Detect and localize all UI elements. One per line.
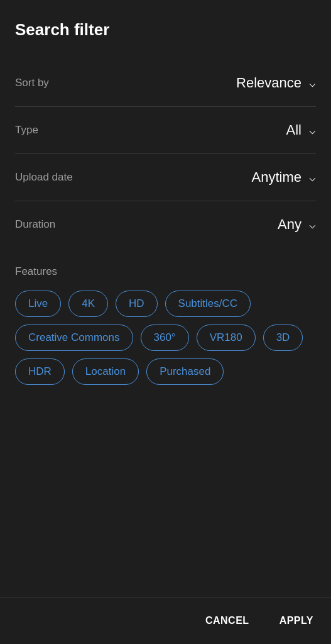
apply-button[interactable]: APPLY [277, 610, 316, 631]
features-section: Features Live4KHDSubtitles/CCCreative Co… [15, 265, 316, 385]
chip-vr180[interactable]: VR180 [197, 325, 256, 351]
footer: CANCEL APPLY [0, 597, 331, 644]
filter-row-sort-by[interactable]: Sort byRelevance⌵ [15, 62, 316, 104]
chip-3d[interactable]: 3D [263, 325, 303, 351]
divider [15, 153, 316, 154]
chevron-down-icon-type: ⌵ [309, 123, 316, 137]
chevron-down-icon-upload-date: ⌵ [309, 170, 316, 184]
chip-creative-commons[interactable]: Creative Commons [15, 325, 133, 351]
chip-360[interactable]: 360° [141, 325, 189, 351]
filter-value-wrapper-duration[interactable]: Any⌵ [278, 216, 316, 233]
features-chips: Live4KHDSubtitles/CCCreative Commons360°… [15, 291, 316, 385]
chip-purchased[interactable]: Purchased [146, 358, 224, 385]
filter-label-sort-by: Sort by [15, 77, 84, 89]
filter-label-duration: Duration [15, 218, 84, 231]
filter-row-duration[interactable]: DurationAny⌵ [15, 204, 316, 245]
filter-value-sort-by: Relevance [236, 75, 301, 91]
chip-live[interactable]: Live [15, 291, 61, 317]
chevron-down-icon-duration: ⌵ [309, 218, 316, 231]
chip-subtitles-cc[interactable]: Subtitles/CC [165, 291, 251, 317]
page-title: Search filter [15, 20, 316, 40]
filter-value-wrapper-upload-date[interactable]: Anytime⌵ [252, 169, 316, 186]
divider [15, 106, 316, 107]
filter-value-type: All [286, 122, 301, 138]
chevron-down-icon-sort-by: ⌵ [309, 76, 316, 90]
filter-value-wrapper-type[interactable]: All⌵ [286, 122, 316, 138]
features-label: Features [15, 265, 316, 278]
chip-location[interactable]: Location [72, 358, 139, 385]
filter-value-wrapper-sort-by[interactable]: Relevance⌵ [236, 75, 316, 91]
filter-label-type: Type [15, 124, 84, 136]
filter-row-upload-date[interactable]: Upload dateAnytime⌵ [15, 157, 316, 198]
chip-4k[interactable]: 4K [68, 291, 108, 317]
divider [15, 201, 316, 201]
filter-value-duration: Any [278, 216, 301, 233]
filter-label-upload-date: Upload date [15, 171, 84, 184]
chip-hd[interactable]: HD [116, 291, 158, 317]
chip-hdr[interactable]: HDR [15, 358, 65, 385]
filter-row-type[interactable]: TypeAll⌵ [15, 109, 316, 151]
main-content: Search filter Sort byRelevance⌵TypeAll⌵U… [0, 0, 331, 597]
filter-rows: Sort byRelevance⌵TypeAll⌵Upload dateAnyt… [15, 62, 316, 245]
cancel-button[interactable]: CANCEL [203, 610, 252, 631]
filter-value-upload-date: Anytime [252, 169, 301, 186]
